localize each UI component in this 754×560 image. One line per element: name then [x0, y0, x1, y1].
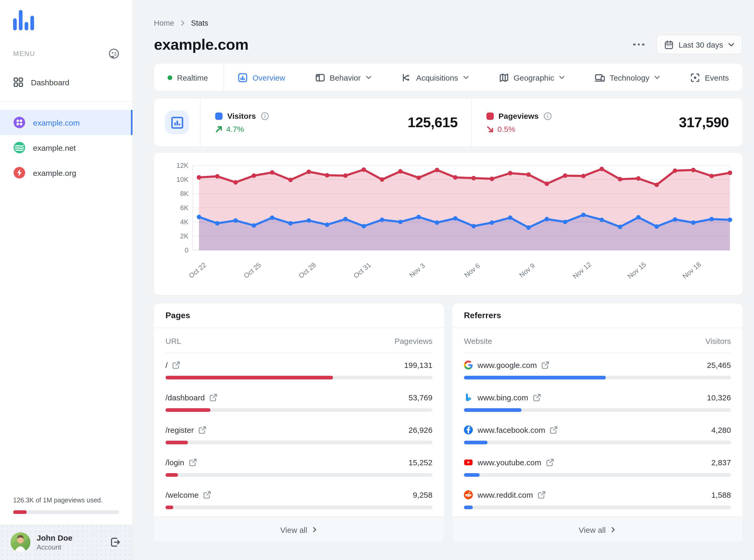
row-value: 10,326 — [707, 393, 731, 402]
sidebar-item-dashboard[interactable]: Dashboard — [0, 71, 133, 94]
visitors-pageviews-area-chart: 02K4K6K8K10K12KOct 22Oct 25Oct 28Oct 31N… — [161, 160, 737, 288]
pageviews-stat: Pageviews 0.5% 317,590 — [472, 112, 742, 134]
chevron-down-icon — [366, 74, 372, 81]
youtube-favicon-icon — [464, 458, 473, 467]
usage-progress-fill — [13, 510, 26, 514]
row-bar-fill — [464, 473, 480, 477]
row-bar-fill — [166, 473, 178, 477]
table-row[interactable]: www.google.com25,465 — [452, 354, 742, 387]
sidebar: MENU Dashboard example.com — [0, 0, 133, 560]
technology-devices-icon — [595, 73, 605, 82]
site-label: example.com — [33, 118, 80, 127]
detail-panels: Pages URL Pageviews /199,131/dashboard53… — [154, 303, 742, 542]
svg-text:10K: 10K — [176, 176, 189, 183]
row-bar-fill — [464, 441, 488, 444]
col-visitors: Visitors — [705, 337, 731, 345]
table-row[interactable]: /register26,926 — [154, 419, 444, 452]
table-row[interactable]: www.reddit.com1,588 — [452, 484, 742, 517]
behavior-window-icon — [315, 73, 325, 82]
breadcrumb-current: Stats — [191, 19, 208, 27]
acquisitions-branch-icon — [402, 73, 411, 82]
visitors-label: Visitors — [227, 112, 256, 120]
table-row[interactable]: www.youtube.com2,837 — [452, 452, 742, 484]
external-link-icon[interactable] — [546, 458, 554, 466]
sidebar-divider — [0, 101, 133, 102]
site-clover-icon — [13, 116, 26, 129]
breadcrumb: Home Stats — [154, 19, 742, 27]
site-bolt-icon — [13, 166, 26, 179]
facebook-favicon-icon — [464, 425, 473, 434]
app-root: MENU Dashboard example.com — [0, 0, 754, 560]
logout-icon[interactable] — [110, 537, 121, 548]
tab-technology[interactable]: Technology — [595, 73, 660, 82]
pages-panel-title: Pages — [154, 303, 444, 328]
visitors-change: 4.7% — [215, 124, 269, 134]
row-value: 15,252 — [408, 458, 432, 467]
stats-icon-cell — [154, 111, 200, 135]
geographic-map-icon — [499, 73, 509, 82]
tab-acquisitions[interactable]: Acquisitions — [402, 73, 469, 82]
tab-overview[interactable]: Overview — [238, 73, 285, 82]
row-value: 25,465 — [707, 361, 731, 369]
site-list: example.com example.net example.org — [0, 110, 133, 185]
external-link-icon[interactable] — [204, 491, 211, 499]
referrers-view-all-button[interactable]: View all — [452, 517, 742, 542]
table-row[interactable]: /dashboard53,769 — [154, 387, 444, 419]
more-options-icon[interactable] — [631, 39, 647, 50]
row-label: www.youtube.com — [478, 458, 541, 467]
site-label: example.net — [33, 143, 76, 152]
external-link-icon[interactable] — [542, 361, 549, 369]
breadcrumb-home-link[interactable]: Home — [154, 19, 174, 27]
menu-header: MENU — [13, 48, 119, 59]
referrers-panel-title: Referrers — [452, 303, 742, 328]
row-label: /register — [166, 425, 194, 434]
tab-behavior[interactable]: Behavior — [315, 73, 371, 82]
tab-geographic[interactable]: Geographic — [499, 73, 565, 82]
external-link-icon[interactable] — [172, 361, 180, 369]
trend-up-icon — [215, 125, 223, 133]
header-actions: Last 30 days — [631, 35, 742, 55]
pages-view-all-button[interactable]: View all — [154, 517, 444, 542]
row-label: www.google.com — [478, 361, 537, 369]
page-title: example.com — [154, 36, 249, 53]
reddit-favicon-icon — [464, 491, 473, 499]
chevron-right-icon — [311, 526, 317, 533]
external-link-icon[interactable] — [550, 426, 558, 434]
realtime-dot-icon — [168, 75, 172, 80]
table-row[interactable]: www.facebook.com4,280 — [452, 419, 742, 452]
date-range-button[interactable]: Last 30 days — [656, 35, 742, 55]
row-value: 26,926 — [408, 425, 432, 434]
row-value: 4,280 — [711, 425, 731, 434]
external-link-icon[interactable] — [198, 426, 206, 434]
sidebar-site-example-net[interactable]: example.net — [0, 135, 133, 160]
external-link-icon[interactable] — [538, 491, 546, 499]
row-value: 9,258 — [413, 491, 432, 499]
table-row[interactable]: /welcome9,258 — [154, 484, 444, 517]
mascot-face-icon[interactable] — [109, 48, 119, 59]
info-icon[interactable] — [543, 112, 552, 120]
svg-text:Oct 28: Oct 28 — [297, 261, 317, 280]
row-label: / — [166, 361, 168, 369]
pageviews-swatch — [486, 112, 494, 120]
tab-events[interactable]: Events — [690, 73, 729, 82]
external-link-icon[interactable] — [189, 458, 197, 466]
account-button[interactable]: John Doe Account — [0, 524, 133, 560]
chevron-down-icon — [463, 74, 469, 81]
row-bar-fill — [166, 408, 211, 412]
external-link-icon[interactable] — [533, 394, 541, 401]
table-row[interactable]: /199,131 — [154, 354, 444, 387]
external-link-icon[interactable] — [210, 394, 217, 401]
info-icon[interactable] — [261, 112, 269, 120]
pages-panel: Pages URL Pageviews /199,131/dashboard53… — [154, 303, 444, 542]
sidebar-site-example-org[interactable]: example.org — [0, 160, 133, 185]
dashboard-grid-icon — [13, 77, 23, 87]
table-row[interactable]: /login15,252 — [154, 452, 444, 484]
google-favicon-icon — [464, 361, 473, 369]
col-website: Website — [464, 337, 492, 345]
row-bar-fill — [166, 441, 188, 444]
row-value: 1,588 — [711, 491, 731, 499]
row-label: /welcome — [166, 491, 199, 499]
sidebar-site-example-com[interactable]: example.com — [0, 110, 133, 135]
tab-realtime[interactable]: Realtime — [168, 73, 208, 82]
table-row[interactable]: www.bing.com10,326 — [452, 387, 742, 419]
